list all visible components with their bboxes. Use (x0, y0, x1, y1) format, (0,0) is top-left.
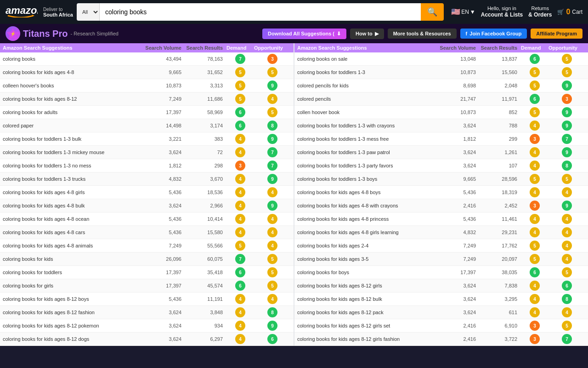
demand-badge: 3 (521, 201, 548, 211)
suggestion-name: collen hoover book (297, 109, 438, 115)
table-row: coloring books for toddlers 1-3 mess fre… (294, 132, 588, 146)
demand-badge: 5 (521, 241, 548, 251)
opportunity-badge: 4 (254, 94, 291, 104)
suggestion-name: colored pencils (297, 96, 438, 102)
more-tools-button[interactable]: More tools & Resources (388, 29, 457, 39)
search-volume: 4,832 (144, 176, 185, 182)
affiliate-button[interactable]: Affiliate Program (531, 29, 582, 39)
cart-button[interactable]: 🛒 0 Cart (557, 8, 582, 16)
titans-name: Titans Pro (23, 29, 68, 39)
opportunity-badge: 9 (254, 321, 291, 331)
opportunity-badge: 9 (254, 134, 291, 144)
table-row: coloring books for kids ages 4-8 boys 5,… (294, 186, 588, 199)
search-button[interactable]: 🔍 (421, 3, 444, 21)
opportunity-badge: 9 (254, 174, 291, 184)
demand-badge: 4 (226, 201, 254, 211)
opportunity-badge: 9 (254, 80, 291, 91)
search-results: 45,574 (185, 283, 226, 288)
returns-button[interactable]: Returns & Orders (528, 5, 552, 19)
search-volume: 7,249 (144, 243, 185, 248)
demand-badge: 7 (226, 254, 254, 264)
search-results: 18,319 (480, 190, 521, 195)
facebook-group-button[interactable]: f Join Facebook Group (460, 29, 527, 39)
titans-subtitle: - Research Simplified (70, 31, 119, 36)
table-row: coloring books for kids 26,096 60,075 7 … (0, 253, 294, 266)
opportunity-badge: 8 (254, 121, 291, 131)
search-volume: 13,048 (438, 56, 480, 62)
demand-badge: 6 (226, 281, 254, 291)
demand-badge: 4 (226, 147, 254, 157)
demand-badge: 4 (521, 121, 548, 131)
search-volume: 3,624 (438, 163, 480, 168)
search-results: 58,969 (185, 109, 226, 115)
opportunity-badge: 8 (548, 294, 585, 304)
suggestion-name: coloring books for boys (297, 270, 438, 275)
search-results: 6,297 (185, 336, 226, 342)
search-volume: 5,436 (438, 216, 480, 222)
table-row: coloring books for toddlers 1-3 no mess … (0, 159, 294, 172)
table-row: coloring books for toddlers 1-3 with cra… (294, 119, 588, 132)
search-results: 38,035 (480, 270, 521, 275)
table-row: colored pencils for kids 8,698 2,048 5 9 (294, 79, 588, 92)
table-row: coloring books for kids ages 8-12 7,249 … (0, 92, 294, 106)
search-results: 31,652 (185, 69, 226, 75)
search-results: 20,097 (480, 256, 521, 262)
search-volume: 3,624 (144, 323, 185, 328)
table-row: coloring books for kids ages 8-12 fashio… (0, 306, 294, 319)
deliver-to: Deliver to South Africa (43, 7, 73, 17)
opportunity-badge: 4 (548, 241, 585, 251)
demand-badge: 5 (521, 80, 548, 91)
language-selector[interactable]: 🇺🇸 EN ▼ (451, 7, 475, 16)
suggestion-name: coloring books for kids ages 4-8 animals (3, 243, 144, 248)
opportunity-badge: 7 (254, 147, 291, 157)
download-button[interactable]: Download All Suggestions ( ⬇ (262, 29, 346, 39)
suggestion-name: coloring books for toddlers 1-3 boys (297, 176, 438, 182)
search-volume: 5,436 (144, 216, 185, 222)
howto-button[interactable]: How to ▶ (350, 29, 384, 39)
table-row: coloring books for toddlers 1-3 trucks 4… (0, 172, 294, 186)
suggestion-name: coloring books for toddlers 1-3 mickey m… (3, 150, 144, 155)
search-input[interactable] (100, 3, 421, 21)
suggestion-name: coloring books for kids ages 8-12 girls (297, 283, 438, 288)
amazon-logo[interactable]: amazon (6, 4, 38, 20)
search-results: 3,295 (480, 296, 521, 302)
demand-badge: 4 (521, 227, 548, 237)
opportunity-badge: 6 (254, 334, 291, 344)
search-volume: 3,624 (144, 150, 185, 155)
svg-text:amazon: amazon (6, 5, 38, 16)
search-results: 3,848 (185, 310, 226, 315)
search-volume: 3,624 (438, 310, 480, 315)
demand-badge: 4 (226, 227, 254, 237)
demand-badge: 3 (521, 334, 548, 344)
search-volume: 1,812 (438, 136, 480, 142)
opportunity-badge: 9 (548, 121, 585, 131)
search-results: 28,596 (480, 176, 521, 182)
suggestion-name: colored pencils for kids (297, 83, 438, 88)
search-results: 18,536 (185, 190, 226, 195)
right-table: Amazon Search Suggestions Search Volume … (294, 43, 588, 346)
search-volume: 1,812 (144, 163, 185, 168)
table-row: colored pencils 21,747 11,971 6 3 (294, 92, 588, 106)
demand-badge: 4 (226, 307, 254, 317)
search-results: 10,414 (185, 216, 226, 222)
suggestion-name: coloring books for kids ages 4-8 ocean (3, 216, 144, 222)
search-results: 7,838 (480, 283, 521, 288)
demand-badge: 4 (226, 174, 254, 184)
opportunity-badge: 9 (548, 80, 585, 91)
demand-badge: 4 (521, 294, 548, 304)
search-results: 299 (480, 136, 521, 142)
opportunity-badge: 4 (548, 214, 585, 224)
demand-badge: 3 (521, 134, 548, 144)
opportunity-badge: 4 (548, 227, 585, 237)
suggestion-name: coloring books for kids ages 8-12 girls … (297, 323, 438, 328)
opportunity-badge: 4 (548, 187, 585, 197)
search-volume: 10,873 (144, 83, 185, 88)
search-volume: 3,624 (144, 203, 185, 208)
search-category-select[interactable]: All (77, 3, 100, 21)
table-row: coloring books for kids ages 4-8 girls 5… (0, 186, 294, 199)
account-button[interactable]: Hello, sign in Account & Lists (481, 5, 523, 19)
search-results: 13,837 (480, 56, 521, 62)
demand-badge: 4 (521, 147, 548, 157)
opportunity-badge: 4 (548, 307, 585, 317)
suggestion-name: coloring books for kids ages 8-12 pokemo… (3, 323, 144, 328)
